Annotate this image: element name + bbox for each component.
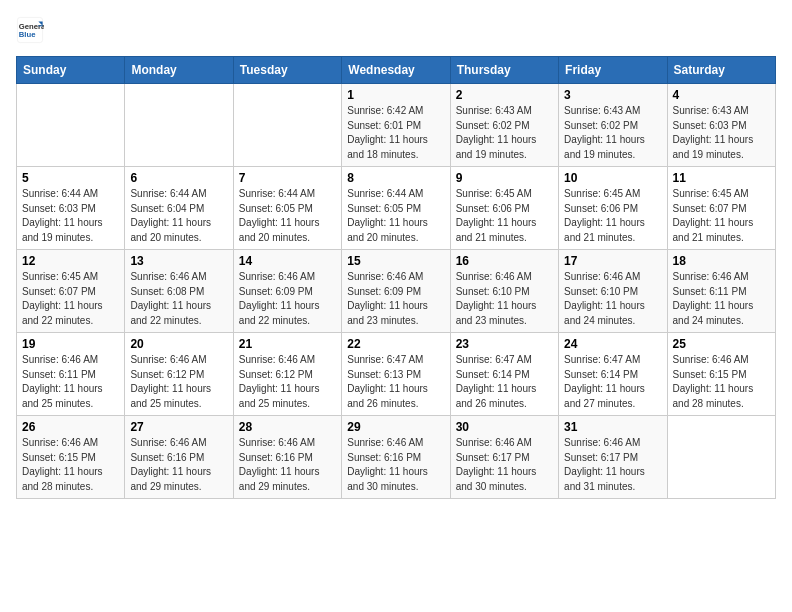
day-info: Sunrise: 6:46 AM Sunset: 6:10 PM Dayligh… [456,270,553,328]
day-info: Sunrise: 6:47 AM Sunset: 6:13 PM Dayligh… [347,353,444,411]
day-info: Sunrise: 6:46 AM Sunset: 6:12 PM Dayligh… [130,353,227,411]
day-number: 12 [22,254,119,268]
day-info: Sunrise: 6:46 AM Sunset: 6:10 PM Dayligh… [564,270,661,328]
day-number: 27 [130,420,227,434]
calendar-cell: 26Sunrise: 6:46 AM Sunset: 6:15 PM Dayli… [17,416,125,499]
day-number: 21 [239,337,336,351]
day-number: 5 [22,171,119,185]
calendar-cell: 13Sunrise: 6:46 AM Sunset: 6:08 PM Dayli… [125,250,233,333]
day-number: 13 [130,254,227,268]
calendar-cell: 15Sunrise: 6:46 AM Sunset: 6:09 PM Dayli… [342,250,450,333]
day-info: Sunrise: 6:42 AM Sunset: 6:01 PM Dayligh… [347,104,444,162]
day-number: 25 [673,337,770,351]
day-number: 30 [456,420,553,434]
calendar-cell: 7Sunrise: 6:44 AM Sunset: 6:05 PM Daylig… [233,167,341,250]
calendar-cell: 27Sunrise: 6:46 AM Sunset: 6:16 PM Dayli… [125,416,233,499]
day-number: 9 [456,171,553,185]
svg-text:Blue: Blue [19,30,36,39]
calendar-cell: 8Sunrise: 6:44 AM Sunset: 6:05 PM Daylig… [342,167,450,250]
day-number: 28 [239,420,336,434]
day-info: Sunrise: 6:43 AM Sunset: 6:02 PM Dayligh… [456,104,553,162]
day-info: Sunrise: 6:44 AM Sunset: 6:03 PM Dayligh… [22,187,119,245]
day-number: 16 [456,254,553,268]
day-number: 31 [564,420,661,434]
logo-icon: General Blue [16,16,44,44]
calendar-cell: 1Sunrise: 6:42 AM Sunset: 6:01 PM Daylig… [342,84,450,167]
weekday-header-thursday: Thursday [450,57,558,84]
day-info: Sunrise: 6:46 AM Sunset: 6:11 PM Dayligh… [22,353,119,411]
calendar-cell: 29Sunrise: 6:46 AM Sunset: 6:16 PM Dayli… [342,416,450,499]
day-number: 1 [347,88,444,102]
day-info: Sunrise: 6:44 AM Sunset: 6:04 PM Dayligh… [130,187,227,245]
day-number: 2 [456,88,553,102]
calendar-cell: 3Sunrise: 6:43 AM Sunset: 6:02 PM Daylig… [559,84,667,167]
day-info: Sunrise: 6:46 AM Sunset: 6:16 PM Dayligh… [239,436,336,494]
day-info: Sunrise: 6:46 AM Sunset: 6:12 PM Dayligh… [239,353,336,411]
day-number: 14 [239,254,336,268]
day-number: 26 [22,420,119,434]
day-number: 24 [564,337,661,351]
weekday-header-monday: Monday [125,57,233,84]
weekday-header-wednesday: Wednesday [342,57,450,84]
calendar-cell: 4Sunrise: 6:43 AM Sunset: 6:03 PM Daylig… [667,84,775,167]
day-number: 19 [22,337,119,351]
calendar-cell: 5Sunrise: 6:44 AM Sunset: 6:03 PM Daylig… [17,167,125,250]
day-number: 8 [347,171,444,185]
day-info: Sunrise: 6:45 AM Sunset: 6:07 PM Dayligh… [22,270,119,328]
calendar-cell: 19Sunrise: 6:46 AM Sunset: 6:11 PM Dayli… [17,333,125,416]
day-number: 15 [347,254,444,268]
calendar-cell: 30Sunrise: 6:46 AM Sunset: 6:17 PM Dayli… [450,416,558,499]
day-number: 22 [347,337,444,351]
day-info: Sunrise: 6:43 AM Sunset: 6:03 PM Dayligh… [673,104,770,162]
day-info: Sunrise: 6:46 AM Sunset: 6:15 PM Dayligh… [673,353,770,411]
calendar-cell [125,84,233,167]
calendar-cell: 25Sunrise: 6:46 AM Sunset: 6:15 PM Dayli… [667,333,775,416]
calendar-cell [17,84,125,167]
day-number: 17 [564,254,661,268]
calendar-cell: 10Sunrise: 6:45 AM Sunset: 6:06 PM Dayli… [559,167,667,250]
day-info: Sunrise: 6:46 AM Sunset: 6:09 PM Dayligh… [347,270,444,328]
day-info: Sunrise: 6:45 AM Sunset: 6:06 PM Dayligh… [456,187,553,245]
day-info: Sunrise: 6:44 AM Sunset: 6:05 PM Dayligh… [347,187,444,245]
day-info: Sunrise: 6:46 AM Sunset: 6:15 PM Dayligh… [22,436,119,494]
weekday-header-sunday: Sunday [17,57,125,84]
calendar-table: SundayMondayTuesdayWednesdayThursdayFrid… [16,56,776,499]
day-info: Sunrise: 6:46 AM Sunset: 6:17 PM Dayligh… [564,436,661,494]
day-number: 20 [130,337,227,351]
day-number: 4 [673,88,770,102]
calendar-cell: 16Sunrise: 6:46 AM Sunset: 6:10 PM Dayli… [450,250,558,333]
day-info: Sunrise: 6:45 AM Sunset: 6:07 PM Dayligh… [673,187,770,245]
day-number: 6 [130,171,227,185]
day-number: 23 [456,337,553,351]
day-info: Sunrise: 6:46 AM Sunset: 6:16 PM Dayligh… [347,436,444,494]
calendar-cell: 14Sunrise: 6:46 AM Sunset: 6:09 PM Dayli… [233,250,341,333]
day-info: Sunrise: 6:47 AM Sunset: 6:14 PM Dayligh… [456,353,553,411]
day-number: 3 [564,88,661,102]
day-info: Sunrise: 6:46 AM Sunset: 6:11 PM Dayligh… [673,270,770,328]
calendar-cell [233,84,341,167]
day-info: Sunrise: 6:45 AM Sunset: 6:06 PM Dayligh… [564,187,661,245]
weekday-header-friday: Friday [559,57,667,84]
day-info: Sunrise: 6:44 AM Sunset: 6:05 PM Dayligh… [239,187,336,245]
day-info: Sunrise: 6:46 AM Sunset: 6:17 PM Dayligh… [456,436,553,494]
calendar-cell: 18Sunrise: 6:46 AM Sunset: 6:11 PM Dayli… [667,250,775,333]
calendar-cell: 24Sunrise: 6:47 AM Sunset: 6:14 PM Dayli… [559,333,667,416]
day-info: Sunrise: 6:43 AM Sunset: 6:02 PM Dayligh… [564,104,661,162]
calendar-cell: 23Sunrise: 6:47 AM Sunset: 6:14 PM Dayli… [450,333,558,416]
day-number: 7 [239,171,336,185]
calendar-cell: 12Sunrise: 6:45 AM Sunset: 6:07 PM Dayli… [17,250,125,333]
day-info: Sunrise: 6:46 AM Sunset: 6:16 PM Dayligh… [130,436,227,494]
calendar-cell: 17Sunrise: 6:46 AM Sunset: 6:10 PM Dayli… [559,250,667,333]
calendar-cell: 22Sunrise: 6:47 AM Sunset: 6:13 PM Dayli… [342,333,450,416]
calendar-cell: 21Sunrise: 6:46 AM Sunset: 6:12 PM Dayli… [233,333,341,416]
calendar-cell: 31Sunrise: 6:46 AM Sunset: 6:17 PM Dayli… [559,416,667,499]
day-number: 10 [564,171,661,185]
day-number: 11 [673,171,770,185]
day-number: 29 [347,420,444,434]
calendar-cell: 28Sunrise: 6:46 AM Sunset: 6:16 PM Dayli… [233,416,341,499]
weekday-header-saturday: Saturday [667,57,775,84]
day-info: Sunrise: 6:46 AM Sunset: 6:08 PM Dayligh… [130,270,227,328]
day-info: Sunrise: 6:46 AM Sunset: 6:09 PM Dayligh… [239,270,336,328]
day-number: 18 [673,254,770,268]
calendar-cell: 9Sunrise: 6:45 AM Sunset: 6:06 PM Daylig… [450,167,558,250]
